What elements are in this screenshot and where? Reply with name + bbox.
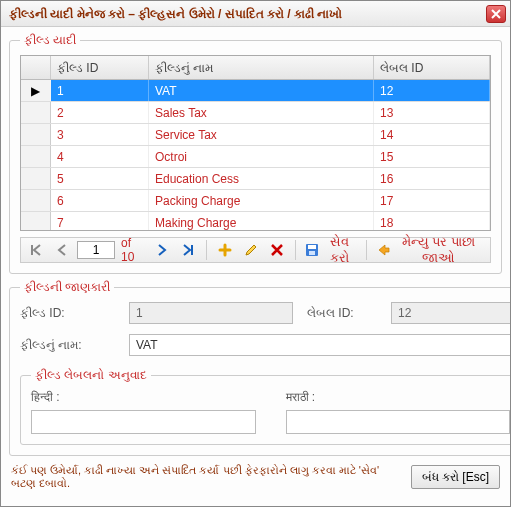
hindi-input[interactable] (31, 410, 256, 434)
svg-rect-2 (309, 251, 315, 255)
page-of-text: of 10 (119, 236, 147, 264)
separator (206, 240, 207, 260)
cell-name: Education Cess (149, 168, 374, 189)
footer-note: કંઈ પણ ઉમેર્યા, કાઢી નાખ્યા અને સંપાદિત … (11, 464, 403, 490)
grid-header-label-id[interactable]: લેબલ ID (374, 56, 490, 79)
grid-header-id[interactable]: ફીલ્ડ ID (51, 56, 149, 79)
page-input[interactable] (77, 241, 115, 259)
separator (366, 240, 367, 260)
cell-name: Service Tax (149, 124, 374, 145)
back-button-label: મેન્યુ પર પાછા જાઓ (393, 234, 484, 266)
cell-name: Packing Charge (149, 190, 374, 211)
cell-label-id: 17 (374, 190, 490, 211)
row-marker (21, 124, 51, 145)
table-row[interactable]: 4Octroi15 (21, 146, 490, 168)
field-name-label: ફીલ્ડનું નામ: (20, 338, 115, 352)
cell-id: 7 (51, 212, 149, 230)
cell-id: 2 (51, 102, 149, 123)
field-info-legend: ફીલ્ડની જાણકારી (20, 280, 114, 294)
separator (295, 240, 296, 260)
field-info-section: ફીલ્ડની જાણકારી ફીલ્ડ ID: લેબલ ID: ફીલ્ડ… (9, 280, 510, 456)
translation-section: ફીલ્ડ લેબલનો અનુવાદ हिन्दी : मराठी : (20, 368, 510, 445)
field-list-legend: ફીલ્ડ યાદી (20, 33, 80, 47)
svg-rect-1 (308, 245, 316, 249)
close-button[interactable]: બંધ કરો [Esc] (411, 465, 500, 489)
cell-id: 3 (51, 124, 149, 145)
table-row[interactable]: 3Service Tax14 (21, 124, 490, 146)
prev-page-button[interactable] (51, 240, 73, 260)
cell-label-id: 15 (374, 146, 490, 167)
row-marker (21, 102, 51, 123)
marathi-label: मराठी : (286, 390, 511, 404)
hindi-label: हिन्दी : (31, 390, 256, 404)
cell-label-id: 14 (374, 124, 490, 145)
delete-button[interactable] (266, 240, 288, 260)
back-arrow-icon (376, 243, 390, 257)
grid-header: ફીલ્ડ ID ફીલ્ડનું નામ લેબલ ID (21, 56, 490, 80)
label-id-input (391, 302, 510, 324)
table-row[interactable]: ▶1VAT12 (21, 80, 490, 102)
add-button[interactable] (214, 240, 236, 260)
cell-name: Octroi (149, 146, 374, 167)
row-marker (21, 168, 51, 189)
last-page-button[interactable] (177, 240, 199, 260)
cell-name: Making Charge (149, 212, 374, 230)
translation-legend: ફીલ્ડ લેબલનો અનુવાદ (31, 368, 151, 382)
label-id-label: લેબલ ID: (307, 306, 377, 320)
table-row[interactable]: 6Packing Charge17 (21, 190, 490, 212)
next-page-button[interactable] (151, 240, 173, 260)
save-icon (305, 243, 319, 257)
cell-id: 6 (51, 190, 149, 211)
grid-toolbar: of 10 (20, 237, 491, 263)
cell-label-id: 12 (374, 80, 490, 101)
back-to-menu-button[interactable]: મેન્યુ પર પાછા જાઓ (374, 240, 486, 260)
field-name-input[interactable] (129, 334, 510, 356)
field-list-section: ફીલ્ડ યાદી ફીલ્ડ ID ફીલ્ડનું નામ લેબલ ID… (9, 33, 502, 274)
window-close-button[interactable] (486, 5, 506, 23)
grid: ફીલ્ડ ID ફીલ્ડનું નામ લેબલ ID ▶1VAT122Sa… (20, 55, 491, 231)
first-page-button[interactable] (25, 240, 47, 260)
cell-name: VAT (149, 80, 374, 101)
row-marker (21, 146, 51, 167)
cell-id: 5 (51, 168, 149, 189)
cell-label-id: 18 (374, 212, 490, 230)
cell-label-id: 13 (374, 102, 490, 123)
grid-header-marker (21, 56, 51, 79)
row-marker: ▶ (21, 80, 51, 101)
table-row[interactable]: 7Making Charge18 (21, 212, 490, 230)
save-button-label: સેવ કરો (322, 234, 357, 266)
grid-body[interactable]: ▶1VAT122Sales Tax133Service Tax144Octroi… (21, 80, 490, 230)
edit-button[interactable] (240, 240, 262, 260)
window: ફીલ્ડની યાદી મેનેજ કરો – ફીલ્હસને ઉમેરો … (0, 0, 511, 507)
window-title: ફીલ્ડની યાદી મેનેજ કરો – ફીલ્હસને ઉમેરો … (9, 7, 486, 21)
grid-header-name[interactable]: ફીલ્ડનું નામ (149, 56, 374, 79)
field-id-input (129, 302, 293, 324)
table-row[interactable]: 2Sales Tax13 (21, 102, 490, 124)
row-marker (21, 212, 51, 230)
titlebar: ફીલ્ડની યાદી મેનેજ કરો – ફીલ્હસને ઉમેરો … (1, 1, 510, 27)
save-button[interactable]: સેવ કરો (303, 240, 359, 260)
cell-label-id: 16 (374, 168, 490, 189)
cell-id: 1 (51, 80, 149, 101)
table-row[interactable]: 5Education Cess16 (21, 168, 490, 190)
cell-id: 4 (51, 146, 149, 167)
cell-name: Sales Tax (149, 102, 374, 123)
row-marker (21, 190, 51, 211)
marathi-input[interactable] (286, 410, 511, 434)
footer-bar: કંઈ પણ ઉમેર્યા, કાઢી નાખ્યા અને સંપાદિત … (9, 462, 502, 492)
field-id-label: ફીલ્ડ ID: (20, 306, 115, 320)
